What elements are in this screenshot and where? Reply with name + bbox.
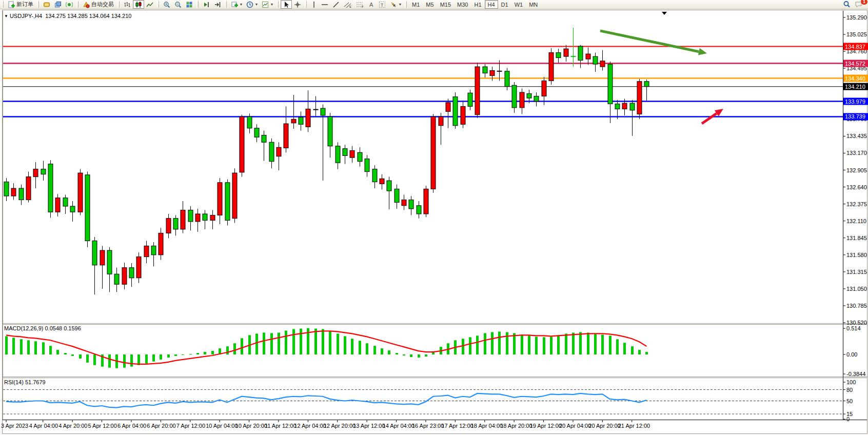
timeframe-h1[interactable]: H1	[471, 0, 484, 9]
search-button[interactable]	[841, 0, 853, 9]
price-level-badge: 134.572	[845, 61, 865, 67]
data-window-button[interactable]	[52, 0, 64, 9]
price-axis-label: 133.435	[846, 133, 867, 139]
toolbar-grip	[225, 1, 227, 8]
timeframe-m1[interactable]: M1	[409, 0, 423, 9]
line-chart-button[interactable]	[144, 0, 155, 9]
dropdown-caret-icon: ▾	[240, 2, 242, 7]
trendline-button[interactable]	[330, 0, 342, 9]
time-axis-label: 5 Apr 12:00	[88, 423, 117, 429]
new-chart-button[interactable]: ▾	[229, 0, 244, 9]
timeframe-m30[interactable]: M30	[454, 0, 471, 9]
toolbar-grip	[277, 1, 279, 8]
autotrading-label: 自动交易	[91, 1, 114, 8]
signals-button[interactable]	[64, 0, 75, 9]
price-level-badge: 133.979	[845, 98, 865, 105]
arrows-shapes-button[interactable]: ▾	[388, 0, 403, 9]
text-label-button[interactable]: T	[377, 0, 388, 9]
price-axis-label: 133.170	[846, 150, 867, 156]
time-axis-label: 16 Apr 23:00	[412, 423, 444, 429]
search-icon	[843, 1, 851, 8]
indicators-icon	[262, 1, 269, 8]
new-order-button[interactable]: 新订单	[6, 0, 35, 9]
rsi-axis-label: 0	[846, 416, 850, 422]
one-click-expand-icon[interactable]: ▼	[4, 14, 8, 18]
tile-windows-button[interactable]	[184, 0, 195, 9]
chart-canvas[interactable]: 135.290135.025134.760134.495134.230133.9…	[0, 9, 868, 435]
timeframe-h4[interactable]: H4	[485, 0, 498, 9]
autotrading-icon	[83, 1, 90, 8]
chart-shift-icon	[214, 1, 221, 8]
fibonacci-icon: F	[356, 1, 364, 8]
cursor-arrow-icon	[283, 1, 290, 8]
toolbar-grip	[76, 1, 78, 8]
horizontal-line-button[interactable]	[319, 0, 330, 9]
dropdown-caret-icon: ▾	[255, 2, 258, 7]
price-level-badge: 134.210	[845, 84, 865, 90]
macd-axis-label: -0.3844	[846, 371, 865, 377]
timeframe-m5[interactable]: M5	[423, 0, 437, 9]
chart-ohlc-values: 134.275 134.285 134.064 134.210	[45, 13, 131, 19]
toolbar-grip	[405, 1, 407, 8]
price-axis-label: 131.845	[846, 235, 867, 241]
equidistant-channel-icon: E	[344, 1, 352, 8]
timeframe-w1[interactable]: W1	[511, 0, 526, 9]
time-axis-label: 4 Apr 04:00	[29, 423, 58, 429]
dropdown-caret-icon: ▾	[399, 2, 401, 7]
clock-icon	[246, 1, 253, 8]
tile-windows-icon	[186, 1, 193, 8]
zoom-in-button[interactable]	[161, 0, 172, 9]
equidistant-channel-button[interactable]: E	[342, 0, 354, 9]
timeframe-m15[interactable]: M15	[437, 0, 454, 9]
auto-scroll-button[interactable]	[201, 0, 212, 9]
period-button[interactable]: ▾	[244, 0, 260, 9]
time-axis-label: 6 Apr 04:00	[117, 423, 146, 429]
zoom-out-icon	[174, 1, 182, 8]
toolbar-grip	[305, 1, 307, 8]
quotes-button[interactable]	[41, 0, 52, 9]
chart-symbol-period: USDJPY-,H4	[10, 13, 42, 19]
dropdown-caret-icon: ▾	[271, 2, 273, 7]
price-axis-label: 130.785	[846, 303, 867, 309]
price-axis-label: 132.905	[846, 167, 867, 173]
bar-chart-button[interactable]	[122, 0, 133, 9]
time-axis-label: 14 Apr 04:00	[383, 423, 415, 429]
indicators-button[interactable]: ▾	[260, 0, 275, 9]
application-window: 新订单 自动交易	[0, 0, 868, 435]
macd-axis-label: 0.00	[846, 351, 857, 358]
chat-button[interactable]: 1	[853, 0, 865, 9]
time-axis-label: 12 Apr 20:00	[324, 423, 356, 429]
price-axis-label: 132.375	[846, 201, 867, 207]
time-axis-label: 20 Apr 04:00	[559, 423, 591, 429]
time-axis-label: 11 Apr 12:00	[265, 423, 297, 429]
time-axis-label: 18 Apr 04:00	[471, 423, 503, 429]
new-chart-icon	[231, 1, 238, 8]
quotes-icon	[43, 1, 50, 8]
data-window-icon	[54, 1, 62, 8]
auto-scroll-icon	[203, 1, 210, 8]
fibonacci-button[interactable]: F	[354, 0, 366, 9]
macd-axis-label: 0.514	[846, 325, 861, 331]
timeframe-mn[interactable]: MN	[526, 0, 541, 9]
zoom-out-button[interactable]	[172, 0, 184, 9]
toolbar-grip	[37, 1, 39, 8]
autotrading-button[interactable]: 自动交易	[81, 0, 116, 9]
time-axis-label: 7 Apr 12:00	[176, 423, 205, 429]
vertical-line-button[interactable]	[309, 0, 319, 9]
candlestick-chart-button[interactable]	[133, 0, 144, 9]
chart-shift-button[interactable]	[212, 0, 223, 9]
price-axis-label: 131.050	[846, 286, 867, 292]
toolbar-grip	[196, 1, 199, 8]
crosshair-button[interactable]	[292, 0, 303, 9]
time-axis-label: 6 Apr 20:00	[147, 423, 175, 429]
price-axis-label: 131.315	[846, 269, 867, 275]
text-button[interactable]: A	[366, 0, 377, 9]
time-axis-label: 20 Apr 20:00	[588, 423, 620, 429]
cursor-button[interactable]	[281, 0, 292, 9]
new-order-label: 新订单	[16, 1, 33, 8]
horizontal-line-icon	[321, 1, 328, 8]
chart-window: 135.290135.025134.760134.495134.230133.9…	[0, 9, 868, 435]
time-axis-label: 18 Apr 20:00	[500, 423, 532, 429]
timeframe-d1[interactable]: D1	[498, 0, 511, 9]
time-axis-label: 10 Apr 04:00	[206, 423, 238, 429]
